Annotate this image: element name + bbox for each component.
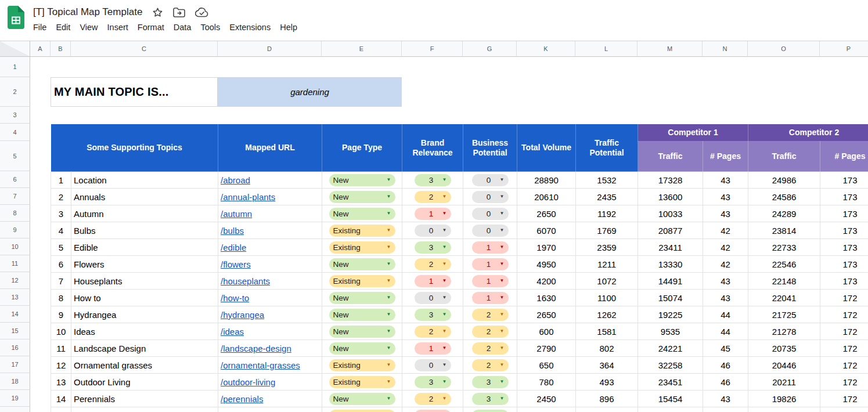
- topic-cell[interactable]: Landscape Design: [71, 340, 218, 357]
- business-potential-cell[interactable]: 1▼: [463, 256, 517, 273]
- brand-relevance-cell[interactable]: 2▼: [402, 391, 463, 407]
- topic-cell[interactable]: Houseplants: [71, 273, 218, 290]
- business-potential-chip[interactable]: 0▼: [472, 191, 509, 203]
- competitor2-pages-cell[interactable]: 172: [820, 374, 868, 391]
- mapped-url-cell[interactable]: [218, 407, 322, 412]
- brand-relevance-cell[interactable]: 1▼: [402, 340, 463, 357]
- competitor2-pages-cell[interactable]: 173: [820, 273, 868, 290]
- row-header-10[interactable]: 10: [0, 238, 30, 255]
- mapped-url-cell[interactable]: /autumn: [218, 205, 322, 222]
- competitor2-traffic-cell[interactable]: 24586: [748, 189, 820, 205]
- mapped-url-cell[interactable]: /how-to: [218, 290, 322, 306]
- business-potential-chip[interactable]: 2▼: [472, 342, 509, 355]
- column-header-D[interactable]: D: [218, 41, 322, 57]
- competitor2-traffic-cell[interactable]: 21725: [748, 306, 820, 323]
- page-type-chip[interactable]: New▼: [329, 292, 395, 304]
- column-header-O[interactable]: O: [748, 41, 820, 57]
- competitor2-traffic-cell[interactable]: 19826: [748, 391, 820, 407]
- mapped-url-link[interactable]: /ideas: [221, 327, 244, 337]
- move-folder-icon[interactable]: [173, 8, 185, 17]
- brand-relevance-cell[interactable]: 3▼: [402, 374, 463, 391]
- traffic-potential-cell[interactable]: 1581: [576, 323, 638, 340]
- total-volume-cell[interactable]: 20610: [517, 189, 576, 205]
- brand-relevance-cell[interactable]: 1▼: [402, 407, 463, 412]
- row-number-cell[interactable]: 8: [51, 290, 71, 306]
- column-header-E[interactable]: E: [322, 41, 402, 57]
- traffic-potential-cell[interactable]: 1532: [576, 172, 638, 189]
- page-type-chip[interactable]: Existing▼: [329, 359, 395, 371]
- brand-relevance-chip[interactable]: 0▼: [415, 292, 451, 304]
- topic-cell[interactable]: Ideas: [71, 323, 218, 340]
- row-number-cell[interactable]: 3: [51, 205, 71, 222]
- mapped-url-link[interactable]: /annual-plants: [221, 192, 275, 202]
- business-potential-chip[interactable]: 2▼: [472, 309, 509, 321]
- brand-relevance-chip[interactable]: 0▼: [415, 359, 451, 371]
- traffic-potential-cell[interactable]: 802: [576, 340, 638, 357]
- header-business-potential[interactable]: Business Potential: [463, 124, 517, 172]
- total-volume-cell[interactable]: 1630: [517, 290, 576, 306]
- mapped-url-link[interactable]: /houseplants: [221, 276, 270, 286]
- row-number-cell[interactable]: 12: [51, 357, 71, 374]
- traffic-potential-cell[interactable]: 1100: [576, 290, 638, 306]
- mapped-url-link[interactable]: /flowers: [221, 259, 251, 269]
- row-header-12[interactable]: 12: [0, 272, 30, 289]
- traffic-potential-cell[interactable]: [576, 407, 638, 412]
- business-potential-chip[interactable]: 2▼: [472, 359, 509, 371]
- page-type-cell[interactable]: Existing▼: [322, 239, 402, 256]
- brand-relevance-chip[interactable]: 1▼: [415, 342, 451, 355]
- page-type-cell[interactable]: New▼: [322, 256, 402, 273]
- competitor1-traffic-cell[interactable]: 13600: [638, 189, 703, 205]
- competitor2-traffic-cell[interactable]: 22733: [748, 239, 820, 256]
- row-header-13[interactable]: 13: [0, 289, 30, 306]
- mapped-url-cell[interactable]: /landscape-design: [218, 340, 322, 357]
- competitor2-pages-cell[interactable]: 173: [820, 189, 868, 205]
- header-competitor-1[interactable]: Competitor 1: [638, 124, 748, 142]
- total-volume-cell[interactable]: 4200: [517, 273, 576, 290]
- mapped-url-cell[interactable]: /ornamental-grasses: [218, 357, 322, 374]
- competitor1-pages-cell[interactable]: 42: [703, 239, 748, 256]
- sheet-canvas[interactable]: MY MAIN TOPIC IS... gardening Some Suppo…: [30, 57, 868, 412]
- business-potential-cell[interactable]: 0▼: [463, 189, 517, 205]
- traffic-potential-cell[interactable]: 2435: [576, 189, 638, 205]
- business-potential-cell[interactable]: 0▼: [463, 222, 517, 239]
- row-number-cell[interactable]: 7: [51, 273, 71, 290]
- total-volume-cell[interactable]: 2790: [517, 340, 576, 357]
- row-header-14[interactable]: 14: [0, 306, 30, 323]
- mapped-url-link[interactable]: /perennials: [221, 394, 263, 404]
- row-header-4[interactable]: 4: [0, 124, 30, 141]
- page-type-chip[interactable]: New▼: [329, 208, 395, 220]
- competitor2-pages-cell[interactable]: 173: [820, 222, 868, 239]
- mapped-url-cell[interactable]: /abroad: [218, 172, 322, 189]
- row-header-7[interactable]: 7: [0, 188, 30, 205]
- row-header-19[interactable]: 19: [0, 390, 30, 407]
- mapped-url-link[interactable]: /ornamental-grasses: [221, 360, 300, 370]
- competitor2-pages-cell[interactable]: 172: [820, 306, 868, 323]
- business-potential-chip[interactable]: 3▼: [472, 376, 509, 388]
- page-type-chip[interactable]: New▼: [329, 326, 395, 338]
- brand-relevance-chip[interactable]: 3▼: [415, 376, 451, 388]
- business-potential-chip[interactable]: 1▼: [472, 241, 509, 254]
- menu-view[interactable]: View: [75, 21, 102, 34]
- page-type-chip[interactable]: New▼: [329, 342, 395, 355]
- page-type-cell[interactable]: New▼: [322, 189, 402, 205]
- brand-relevance-chip[interactable]: 3▼: [415, 309, 451, 321]
- cloud-status-icon[interactable]: [195, 8, 208, 17]
- competitor2-pages-cell[interactable]: 173: [820, 172, 868, 189]
- row-header-16[interactable]: 16: [0, 339, 30, 356]
- total-volume-cell[interactable]: 2650: [517, 306, 576, 323]
- competitor1-traffic-cell[interactable]: 15454: [638, 391, 703, 407]
- competitor1-pages-cell[interactable]: [703, 407, 748, 412]
- topic-cell[interactable]: Ornamental grasses: [71, 357, 218, 374]
- competitor1-traffic-cell[interactable]: 24221: [638, 340, 703, 357]
- competitor2-traffic-cell[interactable]: [748, 407, 820, 412]
- row-header-18[interactable]: 18: [0, 373, 30, 390]
- row-header-11[interactable]: 11: [0, 255, 30, 272]
- competitor1-pages-cell[interactable]: 46: [703, 357, 748, 374]
- total-volume-cell[interactable]: 780: [517, 374, 576, 391]
- page-type-cell[interactable]: Existing▼: [322, 357, 402, 374]
- page-type-chip[interactable]: New▼: [329, 258, 395, 270]
- competitor1-traffic-cell[interactable]: 10033: [638, 205, 703, 222]
- column-header-F[interactable]: F: [402, 41, 463, 57]
- mapped-url-link[interactable]: /hydrangea: [221, 310, 264, 320]
- page-type-chip[interactable]: Existing▼: [329, 225, 395, 237]
